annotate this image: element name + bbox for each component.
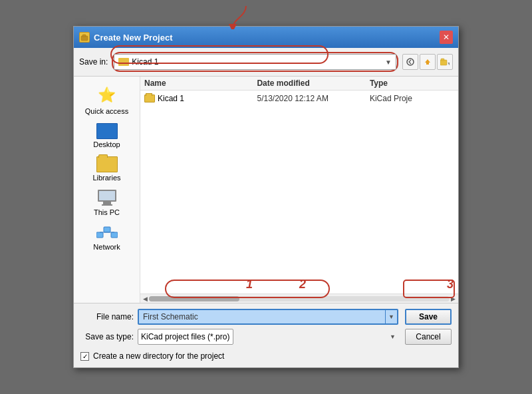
new-folder-button[interactable]: ▼: [437, 54, 453, 70]
file-date-cell: 5/13/2020 12:12 AM: [257, 94, 369, 103]
file-name-row: File name: ▼ Save: [80, 309, 452, 325]
sidebar-label-network: Network: [93, 243, 120, 251]
svg-rect-8: [111, 232, 118, 238]
sidebar-item-this-pc[interactable]: This PC: [78, 187, 136, 219]
up-button[interactable]: [420, 54, 436, 70]
sidebar-item-desktop[interactable]: Desktop: [78, 120, 136, 151]
save-in-label: Save in:: [79, 57, 108, 67]
file-name-combo-arrow[interactable]: ▼: [385, 310, 397, 323]
star-icon: ⭐: [96, 85, 118, 106]
close-button[interactable]: ✕: [440, 31, 453, 44]
network-icon: [96, 224, 118, 242]
file-list-body[interactable]: Kicad 1 5/13/2020 12:12 AM KiCad Proje: [140, 91, 458, 294]
svg-rect-1: [82, 35, 86, 37]
file-name-input-combo[interactable]: ▼: [138, 309, 398, 325]
sidebar-label-this-pc: This PC: [94, 208, 120, 216]
scrollbar-track[interactable]: [149, 296, 450, 301]
libraries-icon: [96, 156, 118, 172]
sidebar-item-libraries[interactable]: Libraries: [78, 154, 136, 184]
scroll-right-arrow[interactable]: ▶: [450, 296, 457, 302]
computer-icon: [96, 190, 118, 207]
file-row[interactable]: Kicad 1 5/13/2020 12:12 AM KiCad Proje: [140, 92, 458, 105]
file-name-cell: Kicad 1: [144, 94, 257, 103]
save-as-type-row: Save as type: KiCad project files (*.pro…: [80, 329, 452, 345]
toolbar-icons: ▼: [402, 54, 453, 70]
file-name-form-label: File name:: [80, 312, 134, 321]
save-as-type-label: Save as type:: [80, 332, 134, 341]
create-directory-checkbox[interactable]: ✓: [80, 352, 89, 361]
svg-point-2: [407, 59, 414, 65]
file-list-header: Name Date modified Type: [140, 77, 458, 91]
checkbox-label: Create a new directory for the project: [93, 351, 224, 361]
col-header-type[interactable]: Type: [370, 79, 454, 88]
title-bar: Create New Project ✕: [74, 27, 458, 48]
folder-icon: [118, 58, 129, 66]
sidebar-label-quick-access: Quick access: [85, 107, 128, 115]
sidebar: ⭐ Quick access Desktop Libraries: [74, 77, 140, 303]
sidebar-label-desktop: Desktop: [93, 140, 120, 148]
svg-rect-6: [96, 232, 103, 238]
file-type-cell: KiCad Proje: [370, 94, 454, 103]
col-header-date[interactable]: Date modified: [257, 79, 369, 88]
save-in-combo[interactable]: Kicad 1 ▼: [114, 54, 396, 70]
main-body: ⭐ Quick access Desktop Libraries: [74, 77, 458, 303]
scrollbar-thumb[interactable]: [149, 296, 239, 301]
sidebar-item-network[interactable]: Network: [78, 222, 136, 254]
horizontal-scrollbar[interactable]: ◀ ▶: [140, 294, 458, 303]
svg-text:▼: ▼: [447, 61, 450, 66]
title-icon: [79, 32, 90, 43]
combo-arrow-icon: ▼: [385, 59, 392, 66]
save-button[interactable]: Save: [405, 309, 452, 325]
save-in-value: Kicad 1: [132, 57, 158, 67]
dialog-title: Create New Project: [94, 33, 173, 43]
save-as-type-select[interactable]: KiCad project files (*.pro): [138, 329, 233, 345]
svg-rect-7: [104, 227, 110, 232]
col-header-name[interactable]: Name: [144, 79, 257, 88]
back-button[interactable]: [402, 54, 418, 70]
sidebar-label-libraries: Libraries: [92, 174, 120, 182]
file-name-label: Kicad 1: [158, 94, 184, 103]
toolbar-row: Save in: Kicad 1 ▼: [74, 48, 458, 77]
sidebar-item-quick-access[interactable]: ⭐ Quick access: [78, 82, 136, 118]
save-as-type-select-wrapper[interactable]: KiCad project files (*.pro): [138, 329, 398, 345]
file-folder-icon: [144, 95, 155, 102]
checkbox-row: ✓ Create a new directory for the project: [80, 349, 452, 362]
file-list-area: Name Date modified Type Kicad 1 5/13/202…: [140, 77, 458, 303]
svg-rect-4: [441, 59, 444, 61]
cancel-button[interactable]: Cancel: [405, 329, 452, 345]
desktop-icon: [96, 123, 118, 139]
bottom-form: File name: ▼ Save Save as type: KiCad pr…: [74, 303, 458, 367]
file-name-input[interactable]: [139, 311, 385, 323]
scroll-left-arrow[interactable]: ◀: [142, 296, 149, 302]
